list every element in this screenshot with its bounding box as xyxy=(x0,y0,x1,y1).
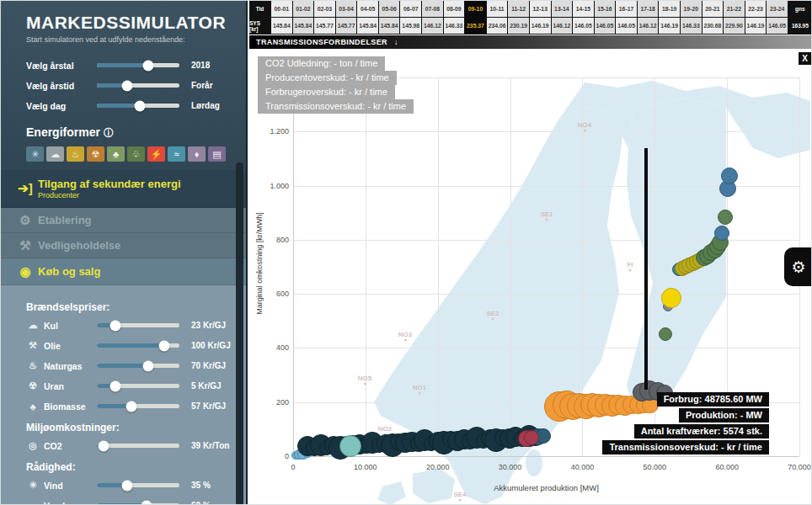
availability-slider[interactable] xyxy=(97,483,179,487)
hour-slot-20-21[interactable]: 20-21 xyxy=(702,1,724,17)
availability-slider-thumb[interactable] xyxy=(122,480,133,491)
hour-slot-09-10[interactable]: 09-10 xyxy=(465,1,486,17)
oil-drop-icon[interactable]: ♦ xyxy=(188,146,206,162)
transmission-toggle-bar[interactable]: TRANSMISSIONSFORBINDELSER ↓ xyxy=(249,35,812,49)
scenario-selectors: Vælg årstal2018Vælg årstidForårVælg dagL… xyxy=(1,57,246,114)
selector-row: Vælg årstal2018 xyxy=(1,57,246,73)
hour-value-00-01: 145.84 xyxy=(271,18,292,34)
settings-button[interactable]: ⚙ xyxy=(784,247,812,286)
fuel-slider-thumb[interactable] xyxy=(159,340,170,351)
hour-slot-16-17[interactable]: 16-17 xyxy=(616,1,637,17)
gridline-v xyxy=(510,77,511,456)
fuel-slider[interactable] xyxy=(97,364,179,368)
fuel-slider[interactable] xyxy=(97,343,179,348)
hour-slot-22-23[interactable]: 22-23 xyxy=(745,1,767,17)
uranium-icon[interactable]: ☢ xyxy=(87,146,104,162)
menu-item-vedligeholdelse[interactable]: ⚒Vedligeholdelse xyxy=(1,233,246,258)
availability-label-text: Vind xyxy=(44,481,63,491)
selector-slider-thumb[interactable] xyxy=(134,100,145,111)
fuel-slider[interactable] xyxy=(97,404,179,408)
hour-slot-08-09[interactable]: 08-09 xyxy=(444,1,465,17)
y-tick-label: 800 xyxy=(276,236,289,244)
selector-slider-thumb[interactable] xyxy=(142,60,153,71)
hour-value-02-03: 145.77 xyxy=(314,18,335,34)
availability-slider-thumb[interactable] xyxy=(141,500,152,505)
hour-slot-11-12[interactable]: 11-12 xyxy=(508,1,529,17)
menu-item-tilgang-af-sekund-r-energi[interactable]: ➔]Tilgang af sekundær energiProducenter xyxy=(1,170,246,208)
selector-value: Lørdag xyxy=(191,101,220,110)
fuel-slider-thumb[interactable] xyxy=(110,380,120,391)
hour-value-07-08: 146.12 xyxy=(422,18,443,34)
menu-item-etablering[interactable]: ⚙Etablering xyxy=(1,208,246,233)
info-icon[interactable]: ⓘ xyxy=(104,127,114,139)
hour-slot-23-24[interactable]: 23-24 xyxy=(767,1,788,17)
leaf-icon[interactable]: ♧ xyxy=(127,146,145,162)
hour-slot-18-19[interactable]: 18-19 xyxy=(659,1,680,17)
menu-item-text: Vedligeholdelse xyxy=(38,239,120,252)
env-label-text: CO2 xyxy=(44,441,62,451)
menu-item-text: Etablering xyxy=(38,214,92,226)
water-icon: ≈ xyxy=(26,501,40,505)
wind-turbine-icon[interactable]: ✳ xyxy=(26,146,44,162)
close-button[interactable]: X xyxy=(799,52,811,65)
hour-slot-01-02[interactable]: 01-02 xyxy=(293,1,314,17)
bubble-green-high[interactable] xyxy=(718,210,733,225)
markedssimulator-app: MARKEDSSIMULATOR Start simulatoren ved a… xyxy=(0,0,812,505)
gridline-h xyxy=(293,131,799,132)
fuel-row: ☁Kul23 Kr/GJ xyxy=(1,317,246,333)
x-tick-label: 60.000 xyxy=(715,463,739,471)
fuel-row: ♨Naturgas70 Kr/GJ xyxy=(1,358,246,374)
fuel-prices-header: Brændselspriser: xyxy=(1,301,246,313)
hour-slot-07-08[interactable]: 07-08 xyxy=(422,1,443,17)
fuel-slider-fill xyxy=(97,364,148,368)
wrench-icon: ⚒ xyxy=(13,238,38,253)
hour-value-11-12: 230.19 xyxy=(508,18,529,34)
hour-slot-13-14[interactable]: 13-14 xyxy=(552,1,573,17)
selector-label: Vælg dag xyxy=(26,101,87,111)
bubble-blue-top[interactable] xyxy=(721,167,738,184)
selector-slider[interactable] xyxy=(97,63,179,67)
fuel-slider[interactable] xyxy=(97,384,179,388)
coal-icon[interactable]: ☁ xyxy=(46,146,64,162)
fuel-row: ⚒Olie100 Kr/GJ xyxy=(1,338,246,354)
menu-item-k-b-og-salg[interactable]: ◉Køb og salg xyxy=(1,258,246,285)
hour-slot-19-20[interactable]: 19-20 xyxy=(681,1,702,17)
selector-row: Vælg dagLørdag xyxy=(1,98,246,114)
electricity-icon[interactable]: ⚡ xyxy=(147,146,165,162)
energiformer-icon-row: ✳☁♨☢♣♧⚡≈♦▤ xyxy=(26,146,246,162)
hour-slot-02-03[interactable]: 02-03 xyxy=(314,1,335,17)
env-slider-thumb[interactable] xyxy=(98,440,109,451)
biomass-icon[interactable]: ♣ xyxy=(107,146,125,162)
hour-slot-17-18[interactable]: 17-18 xyxy=(638,1,659,17)
hour-slot-05-06[interactable]: 05-06 xyxy=(379,1,400,17)
y-tick-label: 1.200 xyxy=(270,127,289,136)
gas-flame-icon[interactable]: ♨ xyxy=(67,146,84,162)
selector-slider[interactable] xyxy=(97,83,179,88)
fuel-slider-thumb[interactable] xyxy=(126,401,137,412)
hour-slot-00-01[interactable]: 00-01 xyxy=(271,1,292,17)
fuel-slider[interactable] xyxy=(97,323,179,327)
hour-slot-14-15[interactable]: 14-15 xyxy=(573,1,594,17)
overlay-line: CO2 Udledning: - ton / time xyxy=(258,56,385,71)
fuel-can-icon[interactable]: ▤ xyxy=(208,146,226,162)
wave-icon[interactable]: ≈ xyxy=(168,146,185,162)
hour-slot-15-16[interactable]: 15-16 xyxy=(595,1,616,17)
fuel-slider-thumb[interactable] xyxy=(142,360,153,371)
biomass-icon: ♣ xyxy=(26,401,40,412)
hour-slot-12-13[interactable]: 12-13 xyxy=(530,1,551,17)
bubble-yellow-big[interactable] xyxy=(661,288,681,308)
sidebar-scrollbar[interactable] xyxy=(236,162,243,505)
env-slider[interactable] xyxy=(97,444,179,448)
hour-slot-10-11[interactable]: 10-11 xyxy=(487,1,508,17)
hour-value-16-17: 146.05 xyxy=(616,18,637,34)
hour-slot-04-05[interactable]: 04-05 xyxy=(357,1,378,17)
hour-slot-21-22[interactable]: 21-22 xyxy=(724,1,745,17)
x-tick-label: 50.000 xyxy=(644,463,667,471)
selector-slider[interactable] xyxy=(97,104,179,108)
hour-value-09-10: 235.37 xyxy=(465,18,486,34)
fuel-slider-thumb[interactable] xyxy=(110,320,120,331)
map-label-no4: NO4 xyxy=(578,121,591,132)
hour-slot-06-07[interactable]: 06-07 xyxy=(400,1,421,17)
selector-slider-thumb[interactable] xyxy=(122,80,133,91)
hour-slot-03-04[interactable]: 03-04 xyxy=(336,1,357,17)
